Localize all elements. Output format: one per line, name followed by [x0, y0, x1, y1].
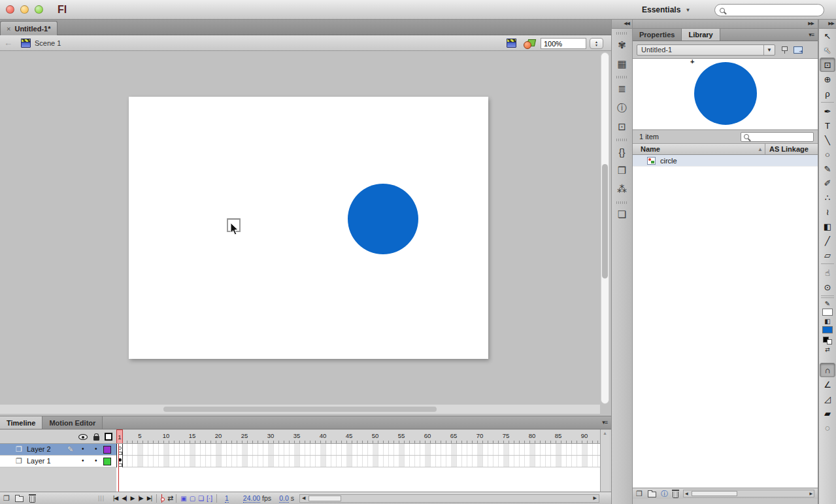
column-resize-grip[interactable]: ||| [98, 495, 105, 501]
layer-row-layer-1[interactable]: ❐Layer 1•• [0, 456, 116, 467]
scroll-right-icon[interactable]: ▶ [809, 491, 812, 496]
close-tab-icon[interactable]: × [7, 25, 10, 33]
stage-zoom-input[interactable] [541, 38, 586, 49]
eraser-tool[interactable]: ▱ [820, 248, 835, 262]
stage-circle[interactable] [348, 184, 418, 254]
motion-presets-panel-button[interactable]: ⁂ [614, 181, 631, 198]
name-column-header[interactable]: Name [633, 145, 758, 153]
swap-colors-button[interactable]: ⇄ [825, 346, 830, 354]
zoom-stepper[interactable]: ▲ ▼ [590, 38, 603, 49]
stage[interactable] [129, 97, 488, 359]
library-search-input[interactable] [752, 133, 811, 141]
pin-library-icon[interactable] [781, 45, 788, 54]
bone-tool[interactable]: ≀ [820, 205, 835, 219]
brush-tool[interactable]: ✐ [820, 176, 835, 190]
tab-properties[interactable]: Properties [633, 29, 682, 41]
scroll-left-icon[interactable]: ◀ [685, 491, 688, 496]
black-and-white-button[interactable] [823, 337, 832, 344]
frame-ruler[interactable]: 51015202530354045505560657075808590 1 [116, 429, 600, 444]
close-window-button[interactable] [6, 5, 14, 14]
panel-menu-icon[interactable]: ▾≡ [809, 31, 814, 38]
go-to-first-frame-button[interactable]: |◀ [113, 495, 118, 501]
lock-layers-icon[interactable] [93, 436, 99, 441]
panel-group-gripper[interactable] [616, 32, 628, 35]
collapse-panels-button[interactable]: ▶▶ [633, 20, 818, 29]
zoom-window-button[interactable] [35, 5, 43, 14]
scroll-left-icon[interactable]: ◀ [302, 496, 305, 501]
expand-panels-button[interactable]: ◀◀ [612, 20, 632, 29]
selection-tool[interactable]: ↖ [820, 29, 835, 43]
play-button[interactable]: ▶ [131, 495, 135, 501]
linkage-column-header[interactable]: AS Linkage [765, 145, 818, 153]
go-to-last-frame-button[interactable]: ▶| [147, 495, 152, 501]
layer-row-layer-2[interactable]: ❐Layer 2✎•• [0, 444, 116, 456]
stage-vertical-scrollbar[interactable] [601, 52, 609, 404]
free-transform-tool[interactable]: ⊡ [820, 58, 835, 72]
edit-scene-button[interactable] [507, 41, 516, 48]
scroll-right-icon[interactable]: ▶ [594, 496, 597, 501]
panel-menu-icon[interactable]: ▾≡ [602, 419, 607, 426]
transform-panel-button[interactable]: ⊡ [614, 118, 631, 135]
edit-multiple-frames-button[interactable]: ❏ [198, 495, 204, 502]
pen-tool[interactable]: ✒ [820, 104, 835, 118]
paint-bucket-tool[interactable]: ◧ [820, 219, 835, 233]
step-forward-one-frame-button[interactable]: |▶ [138, 495, 142, 501]
new-layer-button[interactable]: ❐ [3, 495, 10, 502]
loop-playback-button[interactable]: ⇄ [167, 494, 173, 503]
panel-group-gripper[interactable] [616, 201, 628, 204]
envelope-option[interactable]: ◌ [820, 420, 835, 435]
timeline-horizontal-scrollbar[interactable]: ◀ ▶ [299, 494, 599, 503]
current-frame-indicator[interactable]: 1 [116, 429, 123, 444]
library-item-circle[interactable]: circle [633, 155, 818, 167]
onion-skin-button[interactable]: ▣ [180, 495, 186, 502]
spray-brush-tool[interactable]: ∴ [820, 190, 835, 205]
layer-lock-dot[interactable]: • [95, 445, 97, 452]
library-horizontal-scrollbar[interactable]: ◀ ▶ [683, 490, 814, 497]
show-hide-layers-icon[interactable] [78, 434, 88, 440]
layer-outline-swatch[interactable] [103, 446, 111, 454]
playhead-line[interactable] [118, 444, 119, 492]
frame-rate-value[interactable]: 24.00 [243, 494, 260, 503]
subselection-tool[interactable]: ↖ [820, 43, 835, 58]
layer-lock-dot[interactable]: • [95, 457, 97, 464]
tab-timeline[interactable]: Timeline [0, 416, 42, 429]
timeline-vertical-scrollbar[interactable]: ▲ [600, 429, 609, 492]
keyframe-cell[interactable] [116, 444, 123, 456]
panel-group-gripper[interactable] [616, 139, 628, 141]
scrollbar-thumb[interactable] [692, 491, 737, 496]
pasteboard[interactable] [0, 51, 611, 416]
project-panel-button[interactable]: ❏ [614, 206, 631, 223]
snap-to-objects-option[interactable]: ∩ [820, 363, 835, 377]
back-arrow-icon[interactable]: ← [4, 38, 12, 48]
eyedropper-tool[interactable]: ╱ [820, 233, 835, 248]
edit-symbols-button[interactable] [524, 39, 535, 48]
scrollbar-thumb[interactable] [602, 164, 608, 278]
stage-horizontal-scrollbar[interactable] [0, 405, 600, 414]
scrollbar-thumb[interactable] [309, 496, 341, 501]
lasso-tool[interactable]: ρ [820, 86, 835, 101]
new-library-panel-icon[interactable] [794, 46, 803, 54]
layer-visibility-dot[interactable]: • [82, 457, 84, 464]
3d-rotation-tool[interactable]: ⊕ [820, 72, 835, 86]
modify-markers-button[interactable]: [·] [207, 495, 212, 502]
text-tool[interactable]: T [820, 118, 835, 133]
stroke-color-swatch[interactable] [822, 309, 833, 316]
fill-color-swatch[interactable] [822, 326, 833, 333]
swatches-panel-button[interactable]: ▦ [614, 56, 631, 73]
layer-outline-swatch[interactable] [103, 458, 111, 465]
color-panel-button[interactable]: ✾ [614, 37, 631, 54]
onion-marker-icon[interactable] [159, 494, 164, 503]
library-search-field[interactable] [741, 132, 814, 142]
components-panel-button[interactable]: ❒ [614, 162, 631, 179]
workspace-switcher[interactable]: Essentials ▼ [642, 3, 690, 17]
scene-label[interactable]: Scene 1 [35, 39, 61, 47]
onion-skin-outlines-button[interactable]: ▢ [190, 495, 195, 502]
tab-library[interactable]: Library [682, 29, 720, 41]
info-panel-button[interactable]: ⓘ [614, 99, 631, 116]
layer-visibility-dot[interactable]: • [82, 445, 84, 452]
app-search-field[interactable] [714, 4, 824, 16]
oval-tool[interactable]: ○ [820, 147, 835, 161]
scrollbar-thumb[interactable] [163, 407, 437, 412]
keyframe-cell[interactable] [116, 456, 123, 467]
minimize-window-button[interactable] [20, 5, 29, 14]
